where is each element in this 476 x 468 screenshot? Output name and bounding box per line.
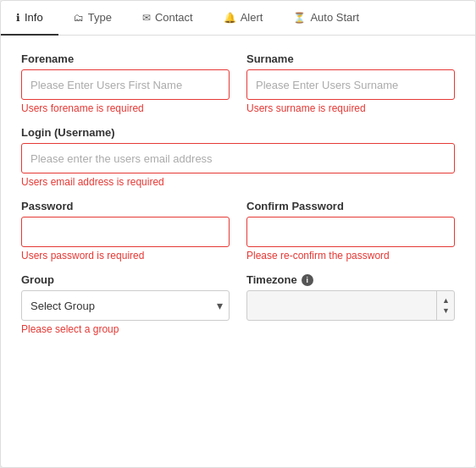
group-select[interactable]: Select Group	[21, 290, 230, 321]
tab-contact[interactable]: ✉ Contact	[127, 1, 208, 36]
group-error: Please select a group	[21, 323, 230, 335]
tab-alert-label: Alert	[241, 11, 263, 24]
forename-input[interactable]	[21, 69, 230, 100]
password-row: Password Users password is required Conf…	[21, 200, 455, 262]
hourglass-icon: ⏳	[293, 12, 306, 24]
form-body: Forename Users forename is required Surn…	[1, 36, 475, 364]
forename-label: Forename	[21, 52, 230, 65]
login-group: Login (Username) Users email address is …	[21, 126, 455, 188]
password-group: Password Users password is required	[21, 200, 230, 262]
timezone-info-icon[interactable]: i	[302, 274, 313, 286]
info-icon: ℹ	[16, 12, 20, 24]
timezone-label: Timezone	[246, 273, 297, 286]
confirm-password-group: Confirm Password Please re-confirm the p…	[246, 200, 455, 262]
tab-contact-label: Contact	[155, 11, 193, 24]
login-label: Login (Username)	[21, 126, 455, 139]
form-card: ℹ Info 🗂 Type ✉ Contact 🔔 Alert ⏳ Auto S…	[0, 0, 476, 468]
password-input[interactable]	[21, 217, 230, 247]
tab-autostart[interactable]: ⏳ Auto Start	[278, 1, 374, 36]
group-group: Group Select Group ▾ Please select a gro…	[21, 273, 230, 335]
timezone-label-row: Timezone i	[246, 273, 455, 286]
login-error: Users email address is required	[21, 176, 455, 188]
confirm-password-label: Confirm Password	[246, 200, 455, 212]
group-select-wrapper: Select Group ▾	[21, 290, 230, 321]
envelope-icon: ✉	[142, 12, 151, 24]
group-timezone-row: Group Select Group ▾ Please select a gro…	[21, 273, 455, 335]
bell-icon: 🔔	[224, 12, 236, 24]
group-label: Group	[21, 273, 230, 286]
tab-bar: ℹ Info 🗂 Type ✉ Contact 🔔 Alert ⏳ Auto S…	[1, 1, 475, 36]
confirm-password-error: Please re-confirm the password	[246, 250, 455, 262]
timezone-select[interactable]	[246, 290, 455, 321]
tab-info[interactable]: ℹ Info	[1, 1, 58, 36]
tab-alert[interactable]: 🔔 Alert	[208, 1, 279, 36]
login-row: Login (Username) Users email address is …	[21, 126, 455, 188]
surname-group: Surname Users surname is required	[246, 52, 455, 114]
forename-error: Users forename is required	[21, 102, 230, 114]
tab-type-label: Type	[88, 11, 112, 24]
surname-label: Surname	[246, 52, 455, 65]
login-input[interactable]	[21, 143, 455, 173]
tab-type[interactable]: 🗂 Type	[58, 1, 127, 36]
surname-input[interactable]	[246, 69, 455, 100]
surname-error: Users surname is required	[246, 102, 455, 114]
forename-group: Forename Users forename is required	[21, 52, 230, 114]
timezone-select-wrapper: ▲ ▼	[246, 290, 455, 321]
tab-info-label: Info	[25, 11, 43, 24]
password-error: Users password is required	[21, 250, 230, 262]
confirm-password-input[interactable]	[246, 217, 455, 247]
timezone-group: Timezone i ▲ ▼	[246, 273, 455, 335]
tab-autostart-label: Auto Start	[310, 11, 359, 24]
folder-icon: 🗂	[74, 12, 84, 24]
name-row: Forename Users forename is required Surn…	[21, 52, 455, 114]
password-label: Password	[21, 200, 230, 212]
